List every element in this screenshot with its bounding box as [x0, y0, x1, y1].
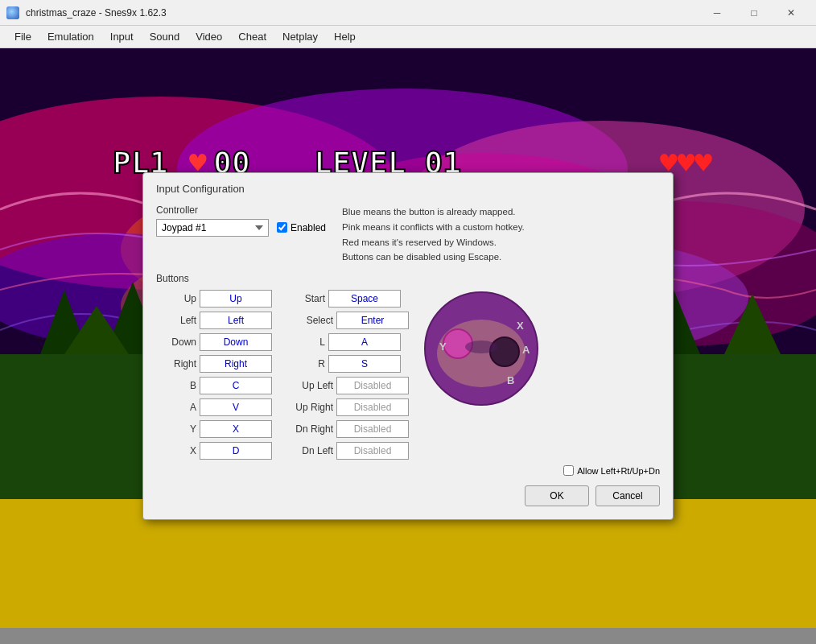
btn-label-a: A — [156, 402, 196, 413]
button-row-down: Down Down — [156, 332, 272, 352]
left-button-column: Up Up Left Left Down Down Right Right B … — [156, 289, 272, 460]
svg-text:Y: Y — [439, 341, 447, 353]
btn-input-y[interactable]: X — [200, 420, 272, 438]
info-line-2: Pink means it conflicts with a custom ho… — [342, 220, 660, 235]
button-row-dn-left: Dn Left Disabled — [285, 441, 409, 460]
btn-label-y: Y — [156, 423, 196, 435]
btn-label-up: Up — [156, 293, 196, 304]
btn-input-start[interactable]: Space — [328, 290, 401, 308]
ok-button[interactable]: OK — [525, 485, 589, 506]
input-configuration-dialog: Input Configuration Controller Joypad #1… — [142, 172, 674, 521]
btn-label-select: Select — [285, 315, 333, 326]
btn-label-dn-left: Dn Left — [285, 445, 333, 456]
enabled-label[interactable]: Enabled — [277, 222, 326, 233]
button-row-dn-right: Dn Right Disabled — [285, 419, 409, 439]
btn-label-r: R — [285, 358, 325, 369]
controller-section: Controller Joypad #1 Joypad #2 Enabled — [156, 204, 326, 266]
right-button-column: Start Space Select Enter L A R S Up Left… — [285, 289, 409, 460]
btn-label-x: X — [156, 445, 196, 456]
svg-point-34 — [490, 337, 519, 366]
btn-input-up-left[interactable]: Disabled — [336, 377, 409, 394]
btn-input-up-right[interactable]: Disabled — [336, 398, 409, 416]
btn-input-dn-right[interactable]: Disabled — [336, 420, 409, 438]
button-row-l: L A — [285, 332, 409, 352]
dialog-buttons: OK Cancel — [156, 485, 660, 506]
btn-label-start: Start — [285, 293, 325, 304]
btn-label-up-left: Up Left — [285, 380, 333, 391]
btn-input-up[interactable]: Up — [200, 290, 272, 308]
btn-input-dn-left[interactable]: Disabled — [336, 442, 409, 460]
info-section: Blue means the button is already mapped.… — [342, 204, 660, 266]
button-row-r: R S — [285, 354, 409, 374]
btn-label-right: Right — [156, 358, 196, 369]
cancel-button[interactable]: Cancel — [596, 485, 660, 506]
btn-input-b[interactable]: C — [200, 377, 272, 394]
button-row-a: A V — [156, 398, 272, 417]
button-row-left: Left Left — [156, 311, 272, 330]
info-line-3: Red means it's reserved by Windows. — [342, 235, 660, 250]
btn-input-left[interactable]: Left — [200, 312, 272, 329]
button-row-up: Up Up — [156, 289, 272, 308]
button-row-right: Right Right — [156, 354, 272, 374]
btn-input-x[interactable]: D — [200, 442, 272, 460]
button-row-start: Start Space — [285, 289, 409, 308]
svg-point-39 — [465, 341, 497, 353]
btn-label-left: Left — [156, 315, 196, 326]
btn-label-dn-right: Dn Right — [285, 423, 333, 435]
controller-svg: Y X A B — [422, 289, 541, 408]
allow-label[interactable]: Allow Left+Rt/Up+Dn — [563, 465, 660, 476]
btn-label-b: B — [156, 380, 196, 391]
controller-image-area: Y X A B — [422, 289, 541, 408]
btn-input-right[interactable]: Right — [200, 355, 272, 373]
dialog-overlay: Input Configuration Controller Joypad #1… — [0, 0, 816, 644]
dialog-title: Input Configuration — [156, 183, 660, 195]
info-line-1: Blue means the button is already mapped. — [342, 204, 660, 220]
button-row-up-left: Up Left Disabled — [285, 376, 409, 395]
enabled-checkbox[interactable] — [277, 222, 287, 233]
button-row-x: X D — [156, 441, 272, 460]
btn-input-a[interactable]: V — [200, 398, 272, 416]
btn-label-l: L — [285, 336, 325, 348]
svg-text:A: A — [522, 344, 530, 356]
svg-text:X: X — [517, 320, 524, 332]
allow-checkbox[interactable] — [563, 465, 574, 476]
btn-input-l[interactable]: A — [328, 333, 401, 351]
button-row-select: Select Enter — [285, 311, 409, 330]
buttons-section-label: Buttons — [156, 273, 660, 284]
svg-text:B: B — [507, 374, 514, 386]
button-row-b: B C — [156, 376, 272, 395]
button-row-up-right: Up Right Disabled — [285, 398, 409, 417]
info-line-4: Buttons can be disabled using Escape. — [342, 250, 660, 265]
controller-label: Controller — [156, 204, 326, 216]
btn-input-r[interactable]: S — [328, 355, 401, 373]
button-row-y: Y X — [156, 419, 272, 439]
btn-label-up-right: Up Right — [285, 402, 333, 413]
allow-text: Allow Left+Rt/Up+Dn — [577, 466, 660, 476]
controller-select[interactable]: Joypad #1 Joypad #2 — [156, 219, 269, 237]
btn-input-down[interactable]: Down — [200, 333, 272, 351]
btn-label-down: Down — [156, 336, 196, 348]
btn-input-select[interactable]: Enter — [336, 312, 409, 329]
